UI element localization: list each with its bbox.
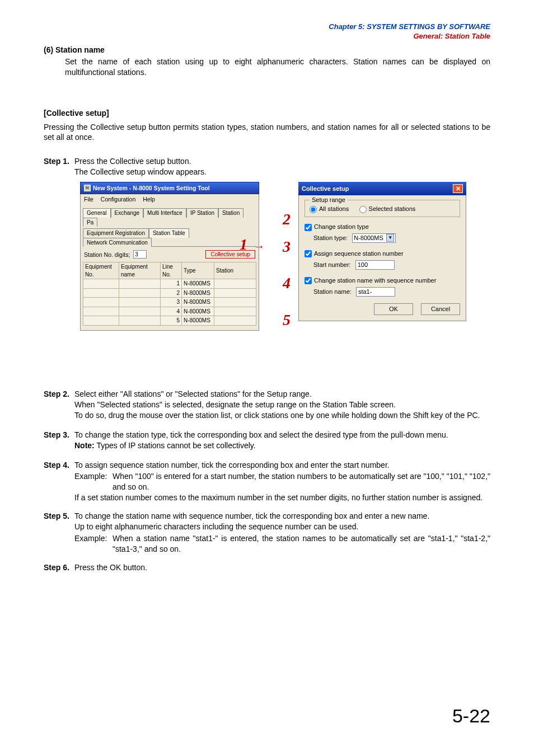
step1-line2: The Collective setup window appears. [74, 167, 490, 177]
table-row[interactable]: 1N-8000MS [83, 279, 256, 289]
radio-all-stations[interactable]: All stations [310, 205, 349, 212]
header-subtitle: General: Station Table [329, 32, 490, 41]
page-number: 5-22 [452, 705, 490, 727]
step2-line1: Select either "All stations" or "Selecte… [74, 389, 490, 400]
screenshots-area: N New System - N-8000 System Setting Too… [74, 182, 489, 378]
subtab-equip-registration[interactable]: Equipment Registration [83, 228, 149, 238]
setup-range-group: Setup range All stations Selected statio… [305, 200, 460, 217]
menu-help[interactable]: Help [143, 196, 155, 203]
col-type: Type [182, 262, 214, 279]
step3-note-body: Types of IP stations cannot be set colle… [95, 441, 256, 450]
radio-selected-stations[interactable]: Selected stations [359, 205, 416, 212]
step5-example-body: When a station name "stat1-" is entered,… [113, 533, 490, 555]
cancel-button[interactable]: Cancel [421, 303, 460, 315]
step3-label: Step 3. [44, 430, 74, 451]
menu-file[interactable]: File [84, 196, 93, 203]
step4-line1: To assign sequence station number, tick … [74, 460, 490, 471]
setup-range-legend: Setup range [310, 196, 348, 204]
dialog-title-text: Collective setup [302, 185, 349, 193]
station-type-dropdown[interactable]: N-8000MS ▼ [352, 233, 396, 243]
step1-label: Step 1. [44, 156, 74, 177]
step4-line2: If a set station number comes to the max… [74, 492, 490, 503]
arrow-icon: → [254, 239, 265, 254]
step2-line3: To do so, drug the mouse over the statio… [74, 410, 490, 421]
chevron-down-icon: ▼ [386, 234, 394, 242]
checkbox-assign-sequence-number[interactable]: Assign sequence station number [305, 250, 404, 257]
callout-number-1: 1 [240, 234, 247, 255]
step3-note-label: Note: [74, 441, 95, 450]
step6-line1: Press the OK button. [74, 562, 490, 573]
table-row[interactable]: 5N-8000MS [83, 316, 256, 326]
station-type-label: Station type: [313, 234, 348, 242]
station-name-label: Station name: [313, 288, 352, 296]
col-station: Station [214, 262, 256, 279]
callout-number-4: 4 [283, 273, 291, 294]
digits-label: Station No. digits; [84, 251, 130, 259]
menubar: File Configuration Help [80, 194, 259, 204]
section-6-title: (6) Station name [44, 45, 490, 55]
step5-example-label: Example: [74, 533, 113, 555]
collective-setup-button[interactable]: Collective setup [205, 250, 255, 259]
station-name-input[interactable] [356, 287, 395, 297]
checkbox-change-station-name[interactable]: Change station name with sequence number [305, 277, 436, 284]
ok-button[interactable]: OK [374, 303, 413, 315]
callout-number-5: 5 [283, 309, 291, 331]
collective-intro: Pressing the Collective setup button per… [44, 122, 490, 143]
main-tab-strip: GeneralExchangeMulti InterfaceIP Station… [83, 208, 256, 226]
col-equipment-no: Equipment No. [83, 262, 119, 279]
col-line-no: Line No. [161, 262, 182, 279]
menu-configuration[interactable]: Configuration [101, 196, 135, 203]
tab-pa[interactable]: Pa [83, 218, 97, 227]
station-table: Equipment No. Equipment name Line No. Ty… [83, 262, 256, 326]
collective-heading: [Collective setup] [44, 108, 490, 119]
dialog-titlebar: Collective setup ✕ [298, 182, 466, 195]
callout-number-2: 2 [283, 209, 291, 230]
window-title-text: New System - N-8000 System Setting Tool [93, 184, 210, 192]
subtab-station-table[interactable]: Station Table [149, 228, 189, 238]
step5-line2: Up to eight alphanumeric characters incl… [74, 522, 490, 532]
step5-label: Step 5. [44, 511, 74, 532]
step6-label: Step 6. [44, 562, 74, 573]
step1-line1: Press the Collective setup button. [74, 156, 490, 167]
tab-general[interactable]: General [83, 208, 111, 218]
col-equipment-name: Equipment name [119, 262, 161, 279]
table-row[interactable]: 3N-8000MS [83, 298, 256, 307]
section-6-body: Set the name of each station using up to… [65, 57, 490, 78]
tab-exchange[interactable]: Exchange [111, 208, 143, 218]
step5-line1: To change the station name with sequence… [74, 511, 490, 522]
step2-label: Step 2. [44, 389, 74, 421]
setting-tool-window: N New System - N-8000 System Setting Too… [80, 182, 259, 331]
step4-example-body: When "100" is entered for a start number… [113, 471, 490, 492]
start-number-label: Start number: [313, 261, 351, 269]
station-no-digits-input[interactable] [133, 250, 147, 259]
start-number-input[interactable] [355, 260, 395, 270]
table-row[interactable]: 4N-8000MS [83, 307, 256, 316]
step4-example-label: Example: [74, 471, 113, 492]
table-row[interactable]: 2N-8000MS [83, 288, 256, 298]
tab-station[interactable]: Station [218, 208, 243, 218]
sub-tab-strip: Equipment RegistrationStation TableNetwo… [83, 228, 256, 247]
window-titlebar: N New System - N-8000 System Setting Too… [80, 182, 259, 194]
tab-multi-interface[interactable]: Multi Interface [143, 208, 186, 218]
collective-setup-dialog: Collective setup ✕ Setup range All stati… [298, 182, 466, 321]
tab-ip-station[interactable]: IP Station [186, 208, 218, 218]
header-chapter: Chapter 5: SYSTEM SETTINGS BY SOFTWARE [329, 22, 490, 32]
step4-label: Step 4. [44, 460, 74, 471]
checkbox-change-station-type[interactable]: Change station type [305, 223, 369, 230]
close-icon[interactable]: ✕ [453, 184, 463, 193]
step2-line2: When "Selected stations" is selected, de… [74, 400, 490, 410]
callout-number-3: 3 [283, 236, 291, 257]
subtab-network-communication[interactable]: Network Communication [83, 238, 152, 247]
app-icon: N [84, 185, 91, 191]
step3-line1: To change the station type, tick the cor… [74, 430, 490, 440]
